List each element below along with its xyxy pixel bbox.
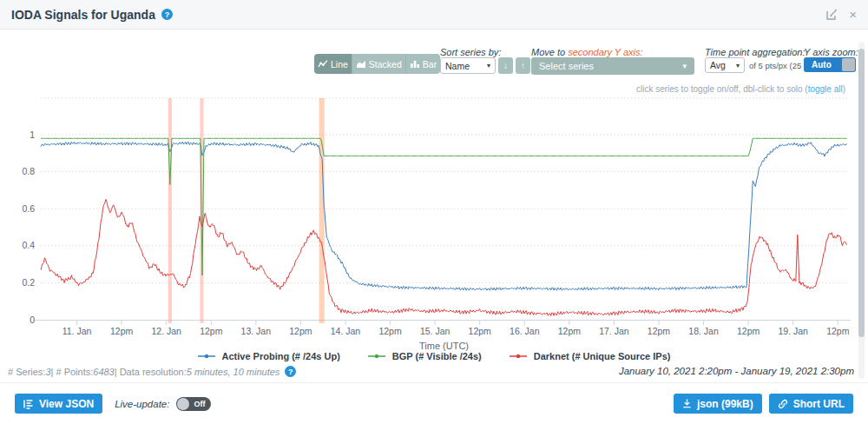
x-axis-tick-label: 18. Jan: [688, 326, 719, 336]
sort-select[interactable]: Name ▾: [440, 57, 496, 74]
sort-controls: Name ▾ ↓ ↑: [440, 57, 530, 74]
x-axis-tick-label: 12pm: [737, 326, 760, 336]
ioda-signals-panel: IODA Signals for Uganda ? × Line Stacked: [0, 0, 868, 424]
short-url-label: Short URL: [793, 398, 845, 410]
aggregation-select[interactable]: Avg ▾: [705, 57, 745, 73]
x-axis-tick-label: 13. Jan: [241, 326, 272, 336]
hint-text-suffix: ): [843, 84, 845, 94]
legend-item[interactable]: Darknet (# Unique Source IPs): [510, 351, 671, 361]
edit-icon[interactable]: [825, 8, 838, 21]
chart-type-label: Bar: [423, 59, 437, 70]
download-json-label: json (99kB): [697, 398, 753, 410]
sort-label: Sort series by:: [440, 47, 501, 57]
legend-marker-icon: [510, 353, 529, 360]
aggregation-select-value: Avg: [710, 60, 726, 70]
live-update-toggle[interactable]: Off: [176, 397, 211, 411]
sort-descending-button[interactable]: ↓: [498, 57, 513, 74]
time-series-chart[interactable]: 00.20.40.60.8111. Jan12pm12. Jan12pm13. …: [0, 94, 868, 354]
alert-band: [168, 98, 172, 323]
chevron-down-icon: ▾: [736, 62, 740, 70]
scrollbar-thumb[interactable]: [858, 49, 865, 337]
data-resolution-label: | Data resolution:: [115, 367, 187, 377]
y-axis-tick-label: 0: [30, 315, 35, 325]
y-axis-tick-label: 0.8: [22, 166, 35, 176]
points-count-label: | # Points:: [51, 367, 94, 377]
legend-item[interactable]: Active Probing (# /24s Up): [198, 351, 340, 361]
legend-hint: click series to toggle on/off, dbl-click…: [636, 84, 845, 94]
x-axis-tick-label: 12pm: [289, 326, 312, 336]
move-to-label: Move to: [531, 47, 568, 57]
stacked-chart-icon: [356, 59, 366, 69]
x-axis-tick-label: 12pm: [469, 326, 492, 336]
x-axis-tick-label: 14. Jan: [331, 326, 361, 336]
chart-svg[interactable]: 00.20.40.60.8111. Jan12pm12. Jan12pm13. …: [0, 94, 868, 354]
live-update-label: Live-update:: [115, 399, 169, 409]
chart-type-bar-button[interactable]: Bar: [406, 54, 440, 74]
chart-stats: # Series: 3 | # Points: 6483 | Data reso…: [8, 366, 296, 377]
y-axis-zoom-state: Auto: [812, 60, 832, 70]
y-axis-tick-label: 0.4: [22, 240, 35, 250]
y-axis-zoom-toggle[interactable]: Auto: [804, 57, 856, 72]
x-axis-tick-label: 12. Jan: [151, 326, 181, 336]
legend-label: BGP (# Visible /24s): [392, 351, 482, 361]
x-axis-tick-label: 12pm: [558, 326, 582, 336]
x-axis-tick-label: 16. Jan: [510, 326, 540, 336]
series-line: [41, 199, 847, 315]
chevron-down-icon: ▾: [682, 62, 687, 70]
x-axis-title: Time (UTC): [419, 341, 469, 351]
legend-marker-icon: [198, 353, 217, 360]
short-url-button[interactable]: Short URL: [769, 394, 853, 414]
chart-type-label: Line: [331, 59, 348, 70]
link-icon: [778, 399, 788, 409]
view-json-label: View JSON: [39, 398, 94, 410]
date-range: January 10, 2021 2:20pm - January 19, 20…: [619, 366, 854, 376]
chart-legend: Active Probing (# /24s Up)BGP (# Visible…: [0, 351, 868, 361]
chart-type-switcher: Line Stacked Bar: [314, 54, 440, 74]
points-count-value: 6483: [93, 367, 114, 377]
legend-label: Darknet (# Unique Source IPs): [534, 351, 671, 361]
bar-chart-icon: [410, 59, 420, 69]
x-axis-tick-label: 12pm: [648, 326, 671, 336]
live-update-state: Off: [194, 400, 205, 408]
x-axis-tick-label: 15. Jan: [420, 326, 450, 336]
list-icon: [23, 399, 34, 409]
x-axis-tick-label: 17. Jan: [599, 326, 629, 336]
secondary-axis-label: secondary Y axis:: [568, 47, 642, 57]
sort-ascending-button[interactable]: ↑: [516, 57, 530, 74]
data-resolution-value: 5 minutes, 10 minutes: [187, 367, 280, 377]
page-title: IODA Signals for Uganda: [11, 8, 155, 22]
aggregation-label: Time point aggregation:: [705, 47, 805, 57]
y-axis-tick-label: 0.6: [22, 203, 35, 214]
chart-type-stacked-button[interactable]: Stacked: [352, 54, 406, 74]
toggle-knob: [842, 58, 855, 71]
y-axis-tick-label: 0.2: [22, 277, 35, 288]
hint-text: click series to toggle on/off, dbl-click…: [636, 84, 808, 94]
panel-header: IODA Signals for Uganda ? ×: [0, 0, 868, 30]
download-json-button[interactable]: json (99kB): [674, 394, 762, 414]
stats-help-icon[interactable]: ?: [285, 366, 296, 377]
view-json-button[interactable]: View JSON: [15, 394, 102, 414]
x-axis-tick-label: 11. Jan: [62, 326, 92, 336]
toggle-all-link[interactable]: toggle all: [808, 84, 843, 94]
series-count-label: # Series:: [8, 367, 45, 377]
y-axis-zoom-label: Y axis zoom:: [804, 47, 858, 57]
x-axis-tick-label: 12pm: [378, 326, 402, 336]
alert-band: [319, 98, 325, 323]
action-bar: View JSON Live-update: Off json (99kB) S…: [0, 382, 868, 424]
series-line: [41, 138, 847, 275]
y-axis-tick-label: 1: [30, 129, 35, 140]
close-icon[interactable]: ×: [849, 8, 857, 21]
select-series-dropdown[interactable]: Select series ▾: [531, 57, 694, 75]
x-axis-tick-label: 12pm: [200, 326, 223, 336]
title-help-icon[interactable]: ?: [161, 9, 173, 20]
chart-type-line-button[interactable]: Line: [314, 54, 352, 74]
chevron-down-icon: ▾: [487, 62, 490, 70]
select-series-placeholder: Select series: [539, 61, 594, 71]
sort-select-value: Name: [445, 61, 470, 71]
legend-item[interactable]: BGP (# Visible /24s): [368, 351, 482, 361]
x-axis-tick-label: 19. Jan: [778, 326, 808, 336]
line-chart-icon: [318, 59, 328, 69]
toggle-knob: [177, 398, 189, 410]
download-icon: [682, 399, 692, 408]
series-line: [41, 142, 847, 290]
